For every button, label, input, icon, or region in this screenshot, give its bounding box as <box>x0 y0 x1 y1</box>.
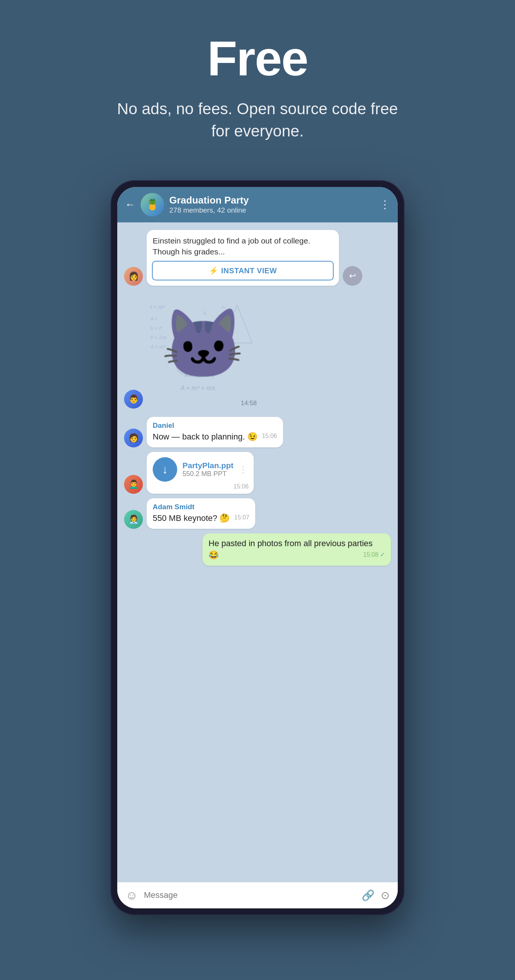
chat-body: 👩 Einstein struggled to find a job out o… <box>117 223 398 882</box>
avatar-emoji: 🧑 <box>129 433 139 443</box>
more-options-button[interactable]: ⋮ <box>379 198 390 211</box>
message-input-bar: ☺ 🔗 ⊙ <box>117 882 398 908</box>
message-text: He pasted in photos from all previous pa… <box>209 539 373 560</box>
message-row: 👨‍🦱 ↓ PartyPlan.ppt 550.2 MB PPT ⋮ 15:06 <box>124 452 391 494</box>
avatar: 👨‍🦱 <box>124 475 143 494</box>
download-arrow-icon: ↓ <box>162 463 168 476</box>
avatar-emoji: 👨‍🦱 <box>129 479 139 489</box>
hero-title: Free <box>15 30 500 87</box>
sticker-image: t = πr² A = V = l³ P = 2πr A = πr² θ h s… <box>147 294 260 403</box>
emoji-button[interactable]: ☺ <box>126 888 138 902</box>
article-preview-text: Einstein struggled to find a job out of … <box>147 230 339 261</box>
message-time: 15:06 <box>262 433 277 439</box>
article-bubble: Einstein struggled to find a job out of … <box>147 230 339 286</box>
message-row: 👩 Einstein struggled to find a job out o… <box>124 230 391 286</box>
file-info: PartyPlan.ppt 550.2 MB PPT <box>182 461 233 478</box>
file-more-button[interactable]: ⋮ <box>239 465 248 475</box>
file-size: 550.2 MB PPT <box>182 470 233 478</box>
message-text: 550 MB keynote? 🤔 <box>153 513 230 523</box>
message-row: 🧑 Daniel Now — back to planning. 😉 15:06 <box>124 417 391 447</box>
message-time: 15:07 <box>234 514 249 521</box>
avatar-emoji: 🧑‍💼 <box>129 514 139 524</box>
message-row: 🧑‍💼 Adam Smidt 550 MB keynote? 🤔 15:07 <box>124 498 391 529</box>
avatar-emoji: 👩 <box>129 271 139 281</box>
message-input[interactable] <box>144 890 356 900</box>
lightning-icon: ⚡ <box>209 266 218 275</box>
message-row-outgoing: He pasted in photos from all previous pa… <box>124 533 391 566</box>
outgoing-bubble: He pasted in photos from all previous pa… <box>202 533 391 566</box>
cat-sticker-emoji: 🐱 <box>161 305 246 385</box>
chat-info: Graduation Party 278 members, 42 online <box>169 194 375 215</box>
group-avatar: 🍍 <box>140 193 164 216</box>
forward-icon: ↩ <box>349 271 356 281</box>
file-download-icon[interactable]: ↓ <box>153 457 177 482</box>
group-avatar-emoji: 🍍 <box>146 198 159 211</box>
chat-header: ← 🍍 Graduation Party 278 members, 42 onl… <box>117 187 398 223</box>
sticker-container: t = πr² A = V = l³ P = 2πr A = πr² θ h s… <box>147 294 260 409</box>
instant-view-button[interactable]: ⚡ INSTANT VIEW <box>152 261 334 280</box>
attach-button[interactable]: 🔗 <box>362 889 375 902</box>
file-name: PartyPlan.ppt <box>182 461 233 470</box>
avatar-emoji: 👨 <box>129 394 139 404</box>
message-sender: Daniel <box>153 422 277 430</box>
phone-outer-frame: ← 🍍 Graduation Party 278 members, 42 onl… <box>110 180 405 915</box>
phone-inner-screen: ← 🍍 Graduation Party 278 members, 42 onl… <box>117 187 398 908</box>
message-bubble: Daniel Now — back to planning. 😉 15:06 <box>147 417 283 447</box>
message-sender: Adam Smidt <box>153 503 249 511</box>
phone-mockup: ← 🍍 Graduation Party 278 members, 42 onl… <box>110 180 405 915</box>
message-time: 15:06 <box>233 483 249 490</box>
avatar: 🧑 <box>124 429 143 447</box>
avatar: 👨 <box>124 390 143 409</box>
avatar: 🧑‍💼 <box>124 510 143 529</box>
forward-button[interactable]: ↩ <box>343 266 362 286</box>
hero-section: Free No ads, no fees. Open source code f… <box>0 0 515 165</box>
message-time: 15:08 ✓ <box>364 551 385 558</box>
check-mark-icon: ✓ <box>380 551 385 558</box>
instant-view-label: INSTANT VIEW <box>221 266 277 275</box>
svg-text:A =: A = <box>150 316 158 321</box>
camera-button[interactable]: ⊙ <box>381 889 389 902</box>
chat-members: 278 members, 42 online <box>169 206 375 215</box>
svg-text:A = πr² + πrs: A = πr² + πrs <box>180 385 215 391</box>
chat-name: Graduation Party <box>169 194 375 206</box>
message-bubble: Adam Smidt 550 MB keynote? 🤔 15:07 <box>147 498 255 529</box>
back-button[interactable]: ← <box>125 199 136 211</box>
hero-subtitle: No ads, no fees. Open source code free f… <box>116 98 399 143</box>
file-bubble: ↓ PartyPlan.ppt 550.2 MB PPT ⋮ 15:06 <box>147 452 254 494</box>
avatar: 👩 <box>124 267 143 286</box>
sticker-row: 👨 t = πr² A = V = l³ P = 2πr A = πr² θ <box>124 294 391 409</box>
message-text: Now — back to planning. 😉 <box>153 432 257 441</box>
